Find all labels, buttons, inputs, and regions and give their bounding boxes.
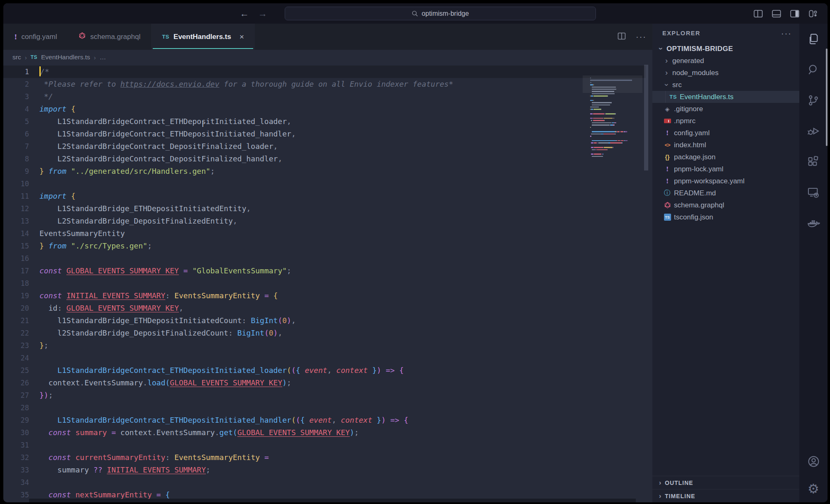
source-control-icon[interactable]	[799, 85, 828, 116]
code-line-19[interactable]: 19const INITIAL_EVENTS_SUMMARY: EventsSu…	[3, 290, 646, 302]
section-outline[interactable]: OUTLINE	[652, 476, 799, 489]
customize-layout-icon[interactable]	[807, 8, 818, 19]
tree-item-eventhandlers-ts[interactable]: TSEventHandlers.ts	[652, 91, 799, 103]
tree-item-pnpm-workspace-yaml[interactable]: !pnpm-workspace.yaml	[652, 175, 799, 187]
close-tab-icon[interactable]: ×	[239, 32, 244, 41]
line-number: 7	[3, 140, 29, 153]
breadcrumb-file[interactable]: EventHandlers.ts	[41, 54, 90, 61]
code-line-32[interactable]: 32 const currentSummaryEntity: EventsSum…	[3, 451, 646, 464]
remote-explorer-icon[interactable]	[799, 177, 828, 208]
line-number: 15	[3, 240, 29, 252]
tree-item-config-yaml[interactable]: !config.yaml	[652, 127, 799, 139]
code-line-2[interactable]: 2 *Please refer to https://docs.envio.de…	[3, 78, 646, 90]
toggle-sidebar-right-icon[interactable]	[789, 8, 800, 19]
breadcrumb-src[interactable]: src	[12, 54, 21, 61]
code-line-15[interactable]: 15} from "./src/Types.gen";	[3, 240, 646, 252]
toggle-panel-icon[interactable]	[771, 8, 782, 19]
run-debug-icon[interactable]	[799, 116, 828, 146]
tree-item-label: config.yaml	[674, 129, 710, 137]
toggle-sidebar-left-icon[interactable]	[752, 8, 764, 19]
split-editor-icon[interactable]	[617, 31, 627, 43]
forward-icon[interactable]: →	[258, 9, 267, 18]
code-line-14[interactable]: 14EventsSummaryEntity	[3, 227, 646, 240]
tab-config-yaml[interactable]: ! config.yaml	[3, 24, 68, 50]
yaml-exclaim-icon: !	[666, 166, 669, 173]
tree-item-index-html[interactable]: <>index.html	[652, 139, 799, 151]
code-line-12[interactable]: 12 L1StandardBridge_ETHDepositInitiatedE…	[3, 202, 646, 215]
npm-icon	[664, 119, 671, 123]
code-line-26[interactable]: 26 context.EventsSummary.load(GLOBAL_EVE…	[3, 377, 646, 389]
code-line-8[interactable]: 8 L2StandardBridgeContract_DepositFinali…	[3, 153, 646, 165]
activity-bar: ⚙	[799, 24, 828, 502]
code-line-9[interactable]: 9} from "../generated/src/Handlers.gen";	[3, 165, 646, 178]
code-line-24[interactable]: 24	[3, 352, 646, 364]
tree-item-readme-md[interactable]: ⓘREADME.md	[652, 187, 799, 199]
line-number: 23	[3, 339, 29, 352]
line-text: L2StandardBridgeContract_DepositFinalize…	[29, 140, 278, 153]
tab-schema-graphql[interactable]: schema.graphql	[68, 24, 151, 50]
line-text: L1StandardBridge_ETHDepositInitiatedEnti…	[29, 202, 251, 215]
code-line-30[interactable]: 30 const summary = context.EventsSummary…	[3, 426, 646, 439]
code-line-1[interactable]: 1/*	[3, 66, 646, 78]
editor-scrollbar[interactable]	[643, 65, 649, 502]
code-line-22[interactable]: 22 l2StandardBridge_DepositFinalizedCoun…	[3, 327, 646, 339]
code-line-18[interactable]: 18	[3, 277, 646, 290]
settings-icon[interactable]: ⚙	[799, 475, 828, 502]
code-line-17[interactable]: 17const GLOBAL_EVENTS_SUMMARY_KEY = "Glo…	[3, 265, 646, 277]
minimap[interactable]	[590, 65, 640, 502]
tree-item--npmrc[interactable]: .npmrc	[652, 115, 799, 127]
code-line-11[interactable]: 11import {	[3, 190, 646, 202]
code-line-34[interactable]: 34	[3, 476, 646, 489]
code-line-7[interactable]: 7 L2StandardBridgeContract_DepositFinali…	[3, 140, 646, 153]
code-line-33[interactable]: 33 summary ?? INITIAL_EVENTS_SUMMARY;	[3, 464, 646, 476]
code-line-4[interactable]: 4import {	[3, 103, 646, 115]
code-line-3[interactable]: 3 */	[3, 90, 646, 103]
back-icon[interactable]: ←	[240, 9, 249, 18]
code-line-10[interactable]: 10	[3, 178, 646, 190]
breadcrumb-sep: ›	[94, 54, 96, 61]
code-line-27[interactable]: 27});	[3, 389, 646, 402]
tree-item-label: src	[672, 81, 682, 89]
more-actions-icon[interactable]: ···	[636, 32, 647, 41]
tab-eventhandlers-ts[interactable]: TS EventHandlers.ts ×	[151, 24, 255, 50]
explorer-icon[interactable]	[799, 24, 828, 54]
code-line-13[interactable]: 13 L2StandardBridge_DepositFinalizedEnti…	[3, 215, 646, 227]
command-center-search[interactable]: optimism-bridge	[285, 7, 596, 20]
horizontal-scrollbar[interactable]	[29, 499, 636, 502]
line-text	[29, 277, 39, 290]
tree-item-generated[interactable]: generated	[652, 55, 799, 67]
code-line-20[interactable]: 20 id: GLOBAL_EVENTS_SUMMARY_KEY,	[3, 302, 646, 314]
code-line-6[interactable]: 6 L1StandardBridgeContract_ETHDepositIni…	[3, 128, 646, 140]
tree-item-node-modules[interactable]: node_modules	[652, 67, 799, 79]
code-line-23[interactable]: 23};	[3, 339, 646, 352]
breadcrumb-more[interactable]: …	[100, 54, 106, 61]
account-icon[interactable]	[799, 448, 828, 475]
explorer-more-icon[interactable]: ···	[781, 29, 792, 38]
tree-item-tsconfig-json[interactable]: TStsconfig.json	[652, 211, 799, 223]
tree-item-pnpm-lock-yaml[interactable]: !pnpm-lock.yaml	[652, 163, 799, 175]
line-number: 13	[3, 215, 29, 227]
tree-item-src[interactable]: src	[652, 79, 799, 91]
docker-icon[interactable]	[799, 208, 828, 239]
tree-item--gitignore[interactable]: ◈.gitignore	[652, 103, 799, 115]
code-editor[interactable]: 1/*2 *Please refer to https://docs.envio…	[3, 65, 652, 502]
code-line-16[interactable]: 16	[3, 252, 646, 265]
code-line-28[interactable]: 28	[3, 402, 646, 414]
line-text: const summary = context.EventsSummary.ge…	[29, 426, 359, 439]
code-line-31[interactable]: 31	[3, 439, 646, 451]
code-line-5[interactable]: 5 L1StandardBridgeContract_ETHDepositIni…	[3, 115, 646, 128]
code-line-29[interactable]: 29 L1StandardBridgeContract_ETHDepositIn…	[3, 414, 646, 426]
extensions-icon[interactable]	[799, 146, 828, 177]
tree-item-schema-graphql[interactable]: schema.graphql	[652, 199, 799, 211]
scrollbar-thumb[interactable]	[644, 65, 648, 170]
code-line-21[interactable]: 21 l1StandardBridge_ETHDepositInitiatedC…	[3, 314, 646, 327]
breadcrumb[interactable]: src › TS EventHandlers.ts › …	[3, 50, 652, 65]
tree-item-package-json[interactable]: {}package.json	[652, 151, 799, 163]
section-timeline[interactable]: TIMELINE	[652, 489, 799, 502]
line-number: 12	[3, 202, 29, 215]
yaml-exclaim-icon: !	[666, 129, 669, 137]
tree-item-optimism-bridge[interactable]: OPTIMISM-BRIDGE	[652, 43, 799, 55]
search-icon[interactable]	[799, 54, 828, 85]
line-text: } from "./src/Types.gen";	[29, 240, 152, 252]
code-line-25[interactable]: 25 L1StandardBridgeContract_ETHDepositIn…	[3, 364, 646, 377]
